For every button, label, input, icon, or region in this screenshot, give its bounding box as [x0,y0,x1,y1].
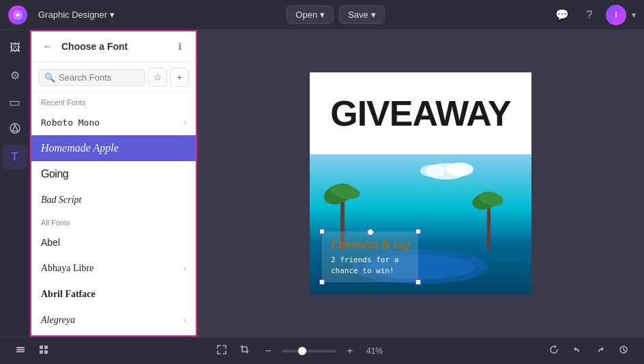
font-name-label: Bad Script [41,195,82,206]
font-name-label: Abhaya Libre [41,263,93,274]
bottom-bar: − + 41% [0,337,644,364]
grid-view-button[interactable] [34,341,53,361]
crop-button[interactable] [235,341,254,361]
zoom-in-icon: + [347,345,353,357]
svg-rect-20 [44,346,48,349]
top-bar-center: Open ▾ Save ▾ [287,5,384,24]
zoom-out-button[interactable]: − [259,341,278,361]
bottom-bar-center: − + 41% [212,341,385,361]
svg-marker-2 [12,125,18,131]
canvas-wrapper: GIVEAWAY [310,72,531,294]
sidebar-text-button[interactable]: T [3,145,27,169]
recent-fonts-label: Recent Fonts [31,93,196,109]
zoom-slider-thumb [298,347,306,355]
redo-button[interactable] [591,341,610,361]
undo-button[interactable] [568,341,587,361]
list-item[interactable]: Bad Script [31,187,196,213]
giveaway-text: GIVEAWAY [330,96,511,131]
star-icon: ☆ [153,72,162,83]
list-item[interactable]: Abhaya Libre › [31,255,196,281]
save-label: Save [348,10,368,20]
font-name-label: Homemade Apple [41,142,119,154]
grid-icon [38,344,49,357]
bottom-bar-right [544,341,633,361]
plus-icon: + [177,72,182,83]
chevron-right-icon: › [184,117,186,127]
text-icon: T [12,151,18,163]
info-button[interactable]: ℹ [171,38,188,55]
crop-icon [239,344,250,357]
svg-rect-16 [16,347,25,348]
comments-icon-button[interactable]: 💬 [551,4,573,26]
list-item[interactable]: Abril Fatface [31,281,196,307]
search-input[interactable] [59,72,139,83]
sidebar-adjustments-button[interactable]: ⚙ [3,63,27,87]
expand-icon[interactable]: ▾ [632,10,636,20]
sidebar-icons: 🖼 ⚙ ▭ T [0,30,30,337]
font-name-label: Going [41,168,68,180]
zoom-slider[interactable] [282,350,336,352]
avatar-letter: I [615,10,617,20]
refresh-button[interactable] [544,341,564,361]
top-bar: Graphic Designer ▾ Open ▾ Save ▾ 💬 ? I ▾ [0,0,644,30]
all-fonts-label: All Fonts [31,213,196,229]
refresh-icon [548,344,559,357]
font-name-label: Abril Fatface [41,289,96,300]
sidebar-elements-button[interactable] [3,117,27,142]
open-chevron-icon: ▾ [320,10,325,20]
svg-rect-21 [40,350,43,354]
svg-point-14 [446,163,473,176]
add-font-button[interactable]: + [170,68,189,87]
app-chevron-icon: ▾ [110,10,115,20]
font-list: Recent Fonts Roboto Mono › Homemade Appl… [31,93,196,335]
adjustments-icon: ⚙ [10,69,20,82]
redo-icon [595,344,606,357]
list-item[interactable]: Alegreya Sans › [31,333,196,335]
sidebar-images-button[interactable]: 🖼 [3,36,27,60]
open-button[interactable]: Open ▾ [287,5,334,24]
favorites-button[interactable]: ☆ [148,68,167,87]
svg-rect-17 [16,349,25,350]
design-canvas: GIVEAWAY [310,72,531,294]
help-icon: ? [587,9,593,21]
list-item[interactable]: Roboto Mono › [31,109,196,135]
comment-tag-text: Comment & tag [331,238,409,252]
font-name-label: Abel [41,237,60,248]
svg-rect-19 [40,346,43,349]
list-item[interactable]: Going [31,161,196,187]
design-top-section: GIVEAWAY [310,72,531,154]
undo-icon [572,344,583,357]
fit-screen-button[interactable] [212,341,231,361]
help-icon-button[interactable]: ? [579,4,600,26]
user-avatar[interactable]: I [606,5,626,25]
font-name-label: Alegreya [41,315,75,326]
canvas-area: GIVEAWAY [197,30,644,337]
zoom-out-icon: − [265,345,271,357]
app-name-label: Graphic Designer [38,10,107,20]
main-area: 🖼 ⚙ ▭ T ← Choose a Font [0,30,644,337]
fit-icon [216,344,227,357]
search-input-wrapper: 🔍 [38,69,145,86]
open-label: Open [295,10,317,20]
search-icon: 🔍 [44,72,55,83]
top-bar-left: Graphic Designer ▾ [8,5,120,25]
app-name-button[interactable]: Graphic Designer ▾ [33,7,120,23]
svg-point-15 [420,165,445,177]
svg-rect-8 [487,202,491,250]
save-chevron-icon: ▾ [371,10,376,20]
back-button[interactable]: ← [40,38,56,55]
panel-title: Choose a Font [61,41,166,52]
sidebar-layout-button[interactable]: ▭ [3,90,27,115]
design-bottom-section: Comment & tag 2 friends for a chance to … [310,154,531,294]
history-button[interactable] [614,341,633,361]
save-button[interactable]: Save ▾ [339,5,385,24]
list-item[interactable]: Abel [31,229,196,255]
list-item[interactable]: Alegreya › [31,307,196,333]
images-icon: 🖼 [10,42,20,54]
layers-button[interactable] [11,341,30,361]
history-icon [618,344,629,357]
zoom-in-button[interactable]: + [340,341,360,361]
list-item[interactable]: Homemade Apple [31,135,196,161]
resize-handle-top[interactable] [367,229,374,236]
font-panel-header: ← Choose a Font ℹ [31,31,196,62]
